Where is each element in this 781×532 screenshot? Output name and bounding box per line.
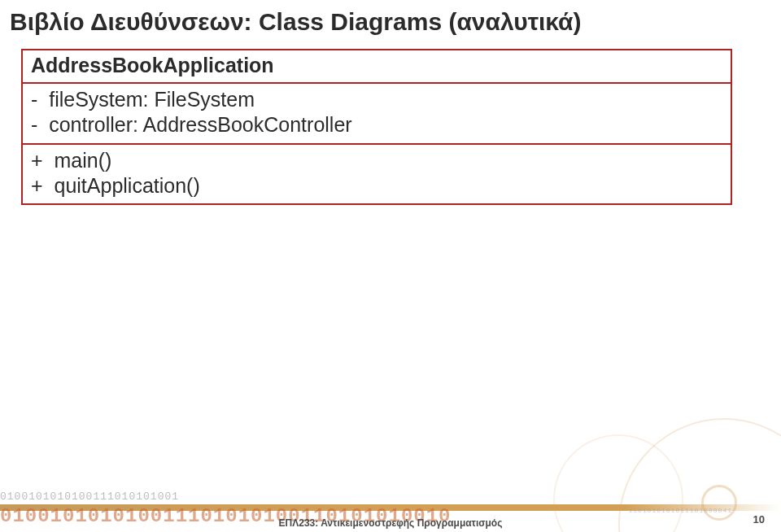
uml-method: + main() — [31, 148, 722, 173]
slide: Βιβλίο Διευθύνσεων: Class Diagrams (αναλ… — [0, 0, 781, 532]
uml-methods: + main() + quitApplication() — [23, 143, 731, 204]
uml-attributes: ‐ fileSystem: FileSystem ‐ controller: A… — [23, 82, 731, 143]
uml-attribute: ‐ controller: AddressBookController — [31, 112, 722, 137]
footer-band: 0100101010100111010101001 01001010101001… — [0, 483, 781, 532]
binary-deco-top: 0100101010100111010101001 — [0, 491, 179, 503]
page-title: Βιβλίο Διευθύνσεων: Class Diagrams (αναλ… — [10, 8, 582, 36]
footer-text: ΕΠΛ233: Αντικειμενοστρεφής Προγραμματισμ… — [0, 517, 781, 529]
uml-method: + quitApplication() — [31, 173, 722, 198]
page-number: 10 — [753, 513, 765, 525]
uml-class-box: AddressBookApplication ‐ fileSystem: Fil… — [21, 49, 732, 205]
uml-class-name: AddressBookApplication — [23, 50, 731, 82]
uml-attribute: ‐ fileSystem: FileSystem — [31, 87, 722, 112]
decorative-ring-small — [701, 485, 737, 521]
